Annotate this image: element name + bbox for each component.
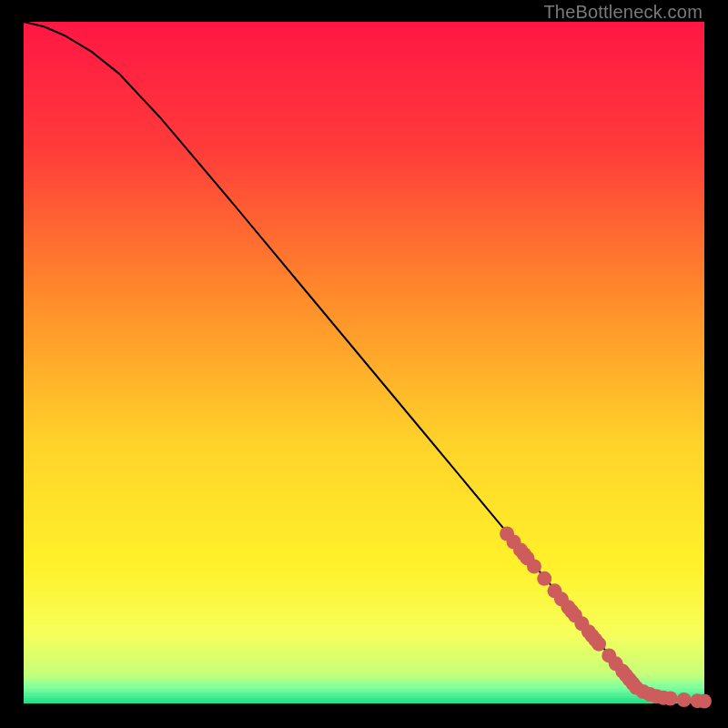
watermark-text: TheBottleneck.com [543,2,703,23]
data-point [677,693,692,707]
data-point [663,692,678,706]
data-point [537,571,551,586]
bottleneck-curve [24,22,704,702]
chart-svg [24,22,704,703]
plot-inner [24,22,704,703]
chart-frame: TheBottleneck.com [0,0,728,728]
data-point [592,637,606,652]
plot-area [24,22,704,703]
data-point [697,694,712,709]
data-points [500,527,712,709]
data-point [527,559,541,573]
